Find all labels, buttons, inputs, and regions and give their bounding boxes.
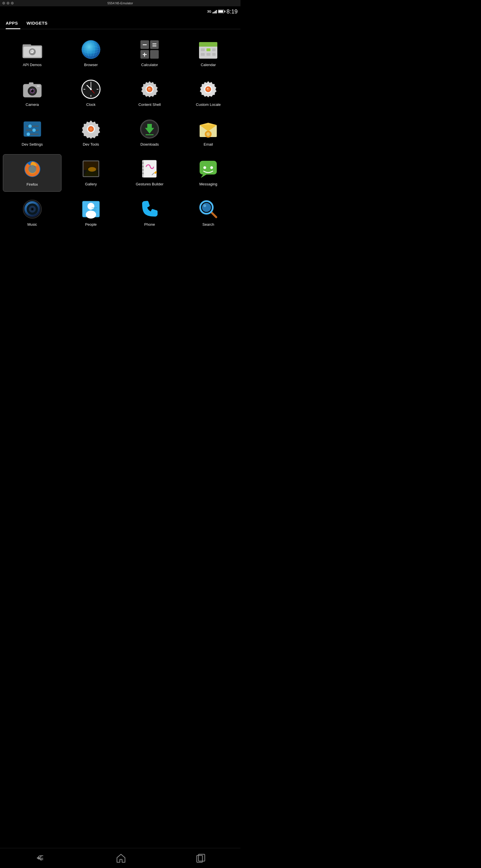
svg-point-72 — [89, 127, 93, 131]
calculator-icon — [139, 39, 160, 60]
dev-tools-label: Dev Tools — [83, 142, 99, 147]
svg-point-90 — [88, 167, 96, 172]
dev-settings-label: Dev Settings — [22, 142, 43, 147]
svg-point-96 — [142, 169, 144, 171]
app-firefox[interactable]: Firefox — [3, 154, 62, 192]
window-controls — [2, 2, 14, 5]
app-dev-tools[interactable]: Dev Tools — [62, 115, 120, 151]
svg-point-113 — [86, 211, 96, 219]
app-gallery[interactable]: Gallery — [62, 154, 120, 192]
battery-icon — [218, 10, 224, 13]
svg-rect-31 — [201, 53, 205, 56]
svg-rect-34 — [206, 48, 211, 51]
custom-locale-label: Custom Locale — [196, 102, 221, 107]
calculator-label: Calculator — [141, 63, 158, 67]
browser-label: Browser — [84, 63, 98, 67]
svg-point-121 — [203, 204, 206, 207]
app-dev-settings[interactable]: Dev Settings — [3, 115, 62, 151]
search-icon — [198, 199, 219, 219]
svg-rect-115 — [92, 209, 96, 210]
svg-rect-32 — [206, 53, 211, 56]
status-time: 8:19 — [226, 8, 238, 15]
network-type: 3G — [207, 10, 211, 13]
gestures-label: Gestures Builder — [136, 182, 164, 187]
bar1 — [213, 12, 213, 13]
svg-point-41 — [31, 89, 32, 90]
svg-rect-42 — [29, 83, 33, 85]
camera-label: Camera — [26, 102, 39, 107]
svg-point-84 — [28, 165, 36, 173]
app-api-demos[interactable]: ⚙ API Demos — [3, 35, 62, 72]
messaging-label: Messaging — [199, 182, 217, 187]
app-clock[interactable]: Clock — [62, 75, 120, 112]
app-phone[interactable]: Phone — [120, 194, 179, 231]
email-icon: @ — [198, 119, 219, 139]
bar3 — [215, 11, 216, 13]
app-content-shell[interactable]: Content Shell — [120, 75, 179, 112]
app-browser[interactable]: Browser — [62, 35, 120, 72]
svg-text:@: @ — [207, 132, 210, 136]
app-calculator[interactable]: Calculator — [120, 35, 179, 72]
svg-line-117 — [212, 213, 216, 217]
svg-rect-43 — [37, 85, 40, 87]
window-title: 5554:N5-Emulator — [107, 1, 133, 5]
svg-point-109 — [31, 208, 33, 210]
svg-point-95 — [142, 166, 144, 167]
svg-rect-27 — [199, 44, 217, 46]
gallery-icon — [81, 158, 101, 179]
svg-point-53 — [90, 88, 92, 90]
gestures-icon — [139, 158, 160, 179]
tab-widgets[interactable]: WIDGETS — [27, 17, 56, 29]
svg-point-112 — [88, 203, 94, 210]
dev-settings-icon — [22, 119, 42, 139]
content-shell-label: Content Shell — [138, 102, 161, 107]
svg-point-57 — [148, 88, 150, 90]
svg-text:⚙: ⚙ — [30, 49, 34, 54]
downloads-label: Downloads — [140, 142, 159, 147]
gallery-label: Gallery — [85, 182, 97, 187]
svg-rect-92 — [143, 160, 156, 177]
title-bar: 5554:N5-Emulator — [0, 0, 241, 6]
calendar-label: Calendar — [201, 63, 216, 67]
close-dot — [2, 2, 5, 5]
app-people[interactable]: People — [62, 194, 120, 231]
svg-rect-116 — [92, 210, 97, 211]
music-label: Music — [28, 222, 37, 227]
svg-point-65 — [28, 124, 32, 128]
app-search[interactable]: Search — [179, 194, 238, 231]
firefox-label: Firefox — [27, 182, 38, 187]
dev-tools-icon — [81, 119, 101, 139]
people-label: People — [85, 222, 97, 227]
email-label: Email — [203, 142, 213, 147]
music-icon — [22, 199, 42, 219]
app-email[interactable]: @ Email — [179, 115, 238, 151]
app-music[interactable]: Music — [3, 194, 62, 231]
tab-apps[interactable]: APPS — [6, 17, 27, 29]
app-camera[interactable]: Camera — [3, 75, 62, 112]
api-demos-icon: ⚙ — [22, 39, 42, 60]
minimize-dot — [7, 2, 9, 5]
svg-point-102 — [203, 166, 206, 169]
app-gestures-builder[interactable]: Gestures Builder — [120, 154, 179, 192]
camera-icon — [22, 79, 42, 99]
search-label: Search — [202, 222, 214, 227]
svg-rect-21 — [153, 43, 156, 44]
app-custom-locale[interactable]: Custom Locale — [179, 75, 238, 112]
tab-bar: APPS WIDGETS — [0, 17, 241, 29]
calendar-icon — [198, 39, 219, 60]
svg-point-97 — [142, 173, 144, 174]
phone-label: Phone — [144, 222, 155, 227]
svg-point-61 — [207, 88, 209, 90]
svg-rect-114 — [92, 208, 97, 208]
app-messaging[interactable]: Messaging — [179, 154, 238, 192]
content-shell-icon — [139, 79, 160, 99]
bar2 — [214, 12, 215, 13]
app-downloads[interactable]: Downloads — [120, 115, 179, 151]
svg-rect-30 — [212, 48, 216, 51]
app-calendar[interactable]: Calendar — [179, 35, 238, 72]
clock-icon — [81, 79, 101, 99]
people-icon — [81, 199, 101, 219]
signal-bars — [213, 9, 217, 13]
svg-marker-101 — [201, 175, 206, 178]
maximize-dot — [11, 2, 14, 5]
